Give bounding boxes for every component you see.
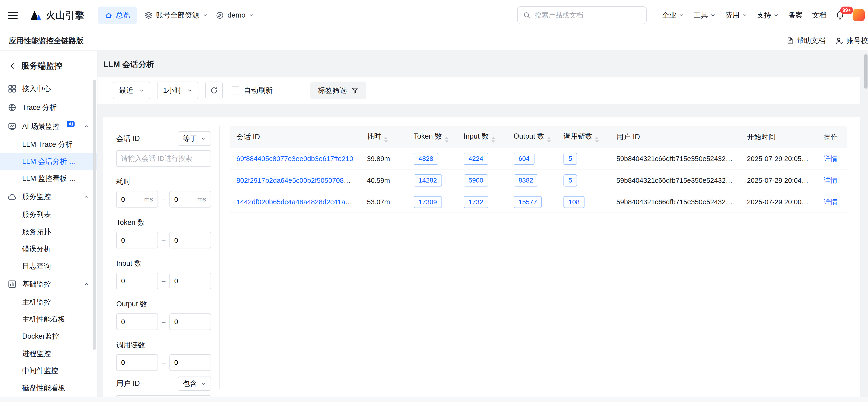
sidebar-subitem[interactable]: 磁盘性能看板 (0, 379, 97, 396)
resources-dropdown[interactable]: 账号全部资源 (145, 10, 208, 20)
hamburger-menu-icon[interactable] (8, 9, 18, 21)
search-box[interactable] (517, 6, 647, 24)
detail-link[interactable]: 详情 (824, 198, 837, 206)
topnav-menu-item[interactable]: 工具 (694, 10, 716, 20)
sort-icon[interactable] (384, 137, 388, 143)
sidebar-item[interactable]: 服务监控 (0, 187, 97, 206)
account-check-label: 账号校 (846, 36, 868, 45)
sort-icon[interactable] (445, 137, 448, 143)
account-check-link[interactable]: 账号校 (835, 36, 868, 45)
detail-link[interactable]: 详情 (824, 155, 837, 162)
range-input-from-field[interactable] (121, 359, 153, 367)
session-operator-select[interactable]: 等于 (178, 131, 211, 146)
range-input-to-field[interactable] (174, 318, 206, 326)
range-input-from-field[interactable] (121, 236, 153, 244)
range-input-from-field[interactable] (121, 277, 153, 285)
brand-logo[interactable]: 火山引擎 (29, 8, 85, 22)
page-title: LLM 会话分析 (97, 51, 868, 77)
horizontal-scrollbar[interactable] (0, 397, 868, 402)
column-header[interactable]: 操作 (817, 126, 847, 148)
sidebar-subitem-label: 服务列表 (22, 210, 51, 219)
vertical-scrollbar[interactable] (864, 53, 867, 396)
range-input-to-field[interactable] (174, 236, 206, 244)
help-doc-link[interactable]: 帮助文档 (786, 36, 826, 45)
session-id-link[interactable]: 802f2917b2da64e5c00b2f5050708d7d (236, 177, 355, 184)
range-input-to-field[interactable] (174, 277, 206, 285)
workspace-dropdown[interactable]: demo (216, 11, 254, 20)
user-operator-select[interactable]: 包含 (178, 376, 211, 391)
chevron-left-icon (9, 62, 16, 70)
table-row[interactable]: 69f884405c8077e3ee0db3e617ffe21039.89m48… (230, 148, 847, 169)
column-label: 调用链数 (563, 132, 592, 140)
column-label: 开始时间 (747, 133, 776, 141)
range-input-to-field[interactable] (174, 359, 206, 367)
sidebar-subitem[interactable]: 主机性能看板 (0, 311, 97, 328)
sidebar-subitem[interactable]: 服务拓扑 (0, 223, 97, 240)
group-caret (84, 194, 89, 199)
topnav-menu-item[interactable]: 备案 (788, 10, 803, 20)
column-header[interactable]: 调用链数 (557, 126, 610, 148)
ai-monitor-icon (8, 122, 17, 131)
auto-refresh-checkbox[interactable] (231, 87, 239, 94)
sort-icon[interactable] (492, 137, 495, 143)
sidebar-back[interactable]: 服务端监控 (0, 51, 97, 79)
sort-icon[interactable] (595, 137, 599, 143)
search-input[interactable] (535, 11, 641, 19)
range-input-from-field[interactable] (121, 195, 142, 203)
column-label: Token 数 (414, 132, 442, 140)
sidebar-subitem[interactable]: LLM 会话分析 … (0, 153, 97, 170)
sidebar-subitem[interactable]: 错误分析 (0, 241, 97, 257)
column-header[interactable]: 会话 ID (230, 126, 361, 148)
sidebar-subitem[interactable]: LLM Trace 分析 (0, 136, 97, 153)
column-header[interactable]: 用户 ID (610, 126, 740, 148)
sidebar-subitem[interactable]: LLM 监控看板 … (0, 170, 97, 187)
tag-filter-button[interactable]: 标签筛选 (310, 82, 366, 99)
range-input-from-field[interactable] (121, 318, 153, 326)
filter-funnel-icon (351, 87, 359, 94)
toolbar: 最近 1小时 自动刷新 标签筛选 (97, 77, 860, 104)
sidebar-subitem[interactable]: 进程监控 (0, 345, 97, 362)
sidebar-subitem[interactable]: 服务列表 (0, 206, 97, 223)
range-input-to-field[interactable] (174, 195, 195, 203)
table-row[interactable]: 802f2917b2da64e5c00b2f5050708d7d40.59m14… (230, 170, 847, 191)
sidebar-item[interactable]: 基础监控 (0, 275, 97, 293)
column-header[interactable]: 开始时间 (740, 126, 817, 148)
column-header[interactable]: 耗时 (361, 126, 407, 148)
detail-link[interactable]: 详情 (824, 176, 837, 184)
filter-label-user: 用户 ID (116, 379, 140, 389)
column-header[interactable]: Token 数 (407, 126, 457, 148)
notification-bell[interactable]: 99+ (835, 10, 845, 20)
auto-refresh-toggle[interactable]: 自动刷新 (231, 86, 273, 95)
sidebar-subitem[interactable]: Docker监控 (0, 328, 97, 345)
start-time-cell: 2025-07-29 20:05:44 (747, 155, 811, 162)
unit-label: ms (144, 195, 153, 203)
column-header[interactable]: Output 数 (507, 126, 557, 148)
topnav-menu-item[interactable]: 文档 (812, 10, 827, 20)
topnav-menu-item[interactable]: 企业 (662, 10, 684, 20)
document-icon (786, 37, 794, 44)
sidebar-item[interactable]: AI 场景监控AI (0, 117, 97, 136)
avatar[interactable] (852, 9, 865, 21)
topnav-menu-item[interactable]: 费用 (725, 10, 747, 20)
session-id-link[interactable]: 69f884405c8077e3ee0db3e617ffe210 (236, 155, 353, 162)
sidebar-scrollbar[interactable] (93, 80, 96, 350)
topnav-menu-item[interactable]: 支持 (757, 10, 779, 20)
sidebar-subitem[interactable]: 日志查询 (0, 257, 97, 275)
refresh-button[interactable] (205, 82, 223, 99)
time-quick-select[interactable]: 最近 (113, 82, 150, 99)
sidebar-subitem[interactable]: 主机监控 (0, 293, 97, 311)
overview-button[interactable]: 总览 (98, 6, 137, 24)
range-dash: – (162, 236, 165, 244)
sidebar-item[interactable]: Trace 分析 (0, 98, 97, 117)
session-id-input[interactable] (121, 154, 206, 162)
sidebar-item[interactable]: 接入中心 (0, 79, 97, 98)
sidebar-subitem[interactable]: 中间件监控 (0, 362, 97, 379)
vertical-scrollbar-thumb[interactable] (864, 54, 867, 89)
column-label: Input 数 (464, 132, 489, 140)
session-id-link[interactable]: 1442df020b65dc4a48a4828d2c41a54a (236, 198, 356, 206)
time-range-select[interactable]: 1小时 (157, 82, 198, 99)
column-header[interactable]: Input 数 (457, 126, 507, 148)
sort-icon[interactable] (547, 137, 551, 143)
table-header-row: 会话 ID耗时Token 数Input 数Output 数调用链数用户 ID开始… (230, 126, 847, 148)
table-row[interactable]: 1442df020b65dc4a48a4828d2c41a54a53.07m17… (230, 191, 847, 213)
